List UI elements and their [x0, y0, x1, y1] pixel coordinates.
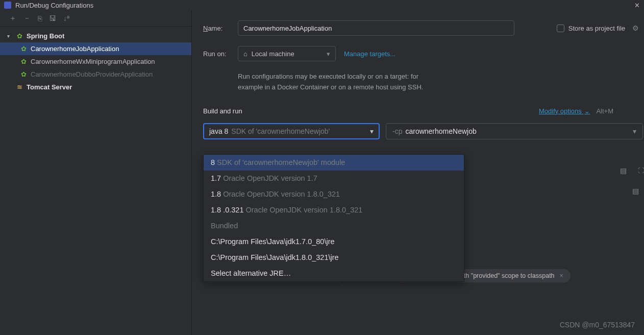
- tomcat-icon: ≋: [15, 83, 23, 91]
- store-checkbox[interactable]: [557, 25, 564, 32]
- dropdown-section: Bundled: [204, 218, 464, 234]
- chevron-down-icon: ⌄: [584, 107, 590, 115]
- app-icon: [4, 2, 11, 9]
- classpath-select[interactable]: -cp carownerhomeNewjob ▾: [386, 123, 643, 139]
- remove-icon[interactable]: －: [23, 14, 31, 23]
- home-icon: ⌂: [243, 50, 247, 58]
- jdk-select[interactable]: java 8 SDK of 'carownerhomeNewjob' ▾: [203, 123, 380, 139]
- tree-item-config[interactable]: ✿ CarownerhomeWxMiniprogramApplication: [0, 55, 191, 68]
- spring-icon: ✿: [19, 58, 28, 66]
- field-actions: ▤ ⛶: [620, 166, 644, 175]
- copy-icon[interactable]: ⎘: [38, 14, 42, 22]
- left-panel: ＋ － ⎘ 🖫 ↓ª ▾ ✿ Spring Boot ✿ Carownerhom…: [0, 10, 192, 335]
- run-on-value: Local machine: [252, 50, 294, 58]
- build-run-title: Build and run: [203, 107, 242, 115]
- dropdown-item[interactable]: 8SDK of 'carownerhomeNewjob' module: [204, 155, 464, 171]
- window-title: Run/Debug Configurations: [15, 2, 93, 9]
- watermark: CSDN @m0_67513847: [560, 321, 635, 329]
- jdk-primary: java 8: [209, 127, 228, 135]
- jdk-secondary: SDK of 'carownerhomeNewjob': [231, 127, 330, 135]
- config-toolbar: ＋ － ⎘ 🖫 ↓ª: [0, 10, 191, 27]
- dropdown-item[interactable]: Select alternative JRE…: [204, 266, 464, 281]
- dropdown-item[interactable]: C:\Program Files\Java\jdk1.8.0_321\jre: [204, 250, 464, 266]
- close-icon[interactable]: ✕: [630, 1, 644, 10]
- dropdown-item[interactable]: 1.8 .0.321Oracle OpenJDK version 1.8.0_3…: [204, 202, 464, 218]
- right-panel: Name: Store as project file ⚙ Run on: ⌂ …: [192, 10, 644, 335]
- spring-icon: ✿: [19, 45, 28, 53]
- chevron-down-icon: ▾: [327, 50, 330, 58]
- chevron-down-icon: ▾: [370, 127, 374, 135]
- dropdown-item[interactable]: 1.8Oracle OpenJDK version 1.8.0_321: [204, 186, 464, 202]
- field-actions: ▤: [632, 187, 644, 195]
- cp-flag: -cp: [392, 127, 402, 135]
- store-label: Store as project file: [568, 25, 625, 32]
- name-input[interactable]: [238, 20, 514, 36]
- save-icon[interactable]: 🖫: [49, 14, 56, 22]
- add-icon[interactable]: ＋: [9, 14, 16, 23]
- cp-value: carownerhomeNewjob: [405, 127, 476, 135]
- help-text: Run configurations may be executed local…: [238, 71, 544, 93]
- inline-edit-icon[interactable]: ▤: [632, 187, 639, 195]
- sort-icon[interactable]: ↓ª: [63, 14, 69, 22]
- tree-label: Spring Boot: [27, 32, 64, 40]
- modify-options-link[interactable]: Modify options ⌄: [539, 107, 590, 115]
- tree-label: CarownerhomeJobApplication: [31, 45, 119, 53]
- spring-icon: ✿: [15, 32, 23, 40]
- tree-label: CarownerhomeWxMiniprogramApplication: [31, 58, 155, 65]
- config-tree: ▾ ✿ Spring Boot ✿ CarownerhomeJobApplica…: [0, 27, 191, 93]
- run-on-select[interactable]: ⌂ Local machine ▾: [238, 46, 336, 61]
- tree-item-config[interactable]: ✿ CarownerhomeJobApplication: [0, 42, 191, 55]
- tree-label: Tomcat Server: [27, 83, 72, 91]
- inline-edit-icon[interactable]: ▤: [620, 166, 627, 175]
- manage-targets-link[interactable]: Manage targets...: [344, 50, 395, 58]
- shortcut-hint: Alt+M: [596, 107, 613, 115]
- dropdown-item[interactable]: C:\Program Files\Java\jdk1.7.0_80\jre: [204, 234, 464, 250]
- tree-item-config[interactable]: ✿ CarownerhomeDubboProviderApplication: [0, 68, 191, 81]
- chevron-down-icon: ▾: [7, 33, 13, 39]
- title-bar: Run/Debug Configurations ✕: [0, 0, 644, 10]
- jdk-dropdown: 8SDK of 'carownerhomeNewjob' module 1.7O…: [203, 154, 464, 282]
- spring-icon: ✿: [19, 70, 28, 79]
- tree-spring-root[interactable]: ▾ ✿ Spring Boot: [0, 30, 191, 42]
- gear-icon[interactable]: ⚙: [632, 24, 639, 32]
- chip-close-icon[interactable]: ×: [560, 272, 563, 279]
- tree-label: CarownerhomeDubboProviderApplication: [31, 70, 153, 78]
- tree-tomcat-root[interactable]: ≋ Tomcat Server: [0, 81, 191, 93]
- run-on-label: Run on:: [203, 50, 238, 58]
- chevron-down-icon: ▾: [633, 127, 636, 135]
- name-label: Name:: [203, 25, 238, 32]
- dropdown-item[interactable]: 1.7Oracle OpenJDK version 1.7: [204, 171, 464, 186]
- expand-icon[interactable]: ⛶: [638, 167, 644, 174]
